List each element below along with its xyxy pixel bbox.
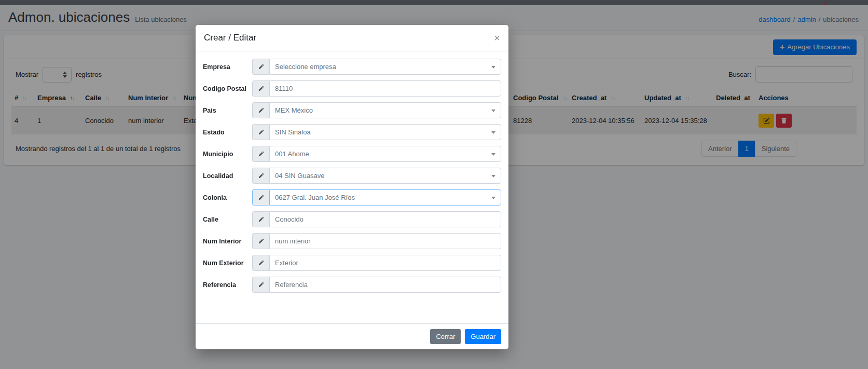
pencil-icon <box>252 80 269 97</box>
pencil-icon <box>252 124 269 140</box>
municipio-label: Municipio <box>203 151 252 158</box>
num-exterior-input[interactable] <box>269 255 501 271</box>
municipio-select-value: 001 Ahome <box>275 150 309 158</box>
num-interior-label: Num Interior <box>203 238 252 245</box>
modal-title: Crear / Editar <box>204 33 256 43</box>
pencil-icon <box>252 168 269 184</box>
cerrar-button[interactable]: Cerrar <box>430 329 461 344</box>
num-interior-input[interactable] <box>269 233 501 249</box>
pencil-icon <box>252 146 269 162</box>
modal-header: Crear / Editar × <box>196 25 508 51</box>
pais-select-value: MEX México <box>275 106 313 114</box>
estado-select[interactable]: SIN Sinaloa <box>269 124 501 140</box>
colonia-select-value: 0627 Gral. Juan José Ríos <box>275 194 355 201</box>
estado-select-value: SIN Sinaloa <box>275 128 311 136</box>
localidad-select-value: 04 SIN Guasave <box>275 172 324 180</box>
referencia-label: Referencia <box>203 281 252 289</box>
form-row-calle: Calle <box>203 211 501 227</box>
caret-down-icon <box>491 175 495 177</box>
municipio-select[interactable]: 001 Ahome <box>269 146 501 162</box>
pais-label: Pais <box>203 107 252 114</box>
pais-select[interactable]: MEX México <box>269 102 501 118</box>
pencil-icon <box>252 59 269 75</box>
form-row-municipio: Municipio 001 Ahome <box>203 146 501 162</box>
close-icon[interactable]: × <box>494 33 500 43</box>
caret-down-icon <box>491 197 495 199</box>
form-row-empresa: Empresa Seleccione empresa <box>203 59 501 75</box>
caret-down-icon <box>491 131 495 134</box>
form-row-colonia: Colonia 0627 Gral. Juan José Ríos <box>203 189 501 206</box>
form-row-num-interior: Num Interior <box>203 233 501 249</box>
pencil-icon <box>252 233 269 249</box>
num-exterior-label: Num Exterior <box>203 259 252 267</box>
empresa-select[interactable]: Seleccione empresa <box>269 59 501 75</box>
calle-label: Calle <box>203 216 252 223</box>
form-row-localidad: Localidad 04 SIN Guasave <box>203 168 501 184</box>
pencil-icon <box>252 211 269 227</box>
localidad-select[interactable]: 04 SIN Guasave <box>269 168 501 184</box>
localidad-label: Localidad <box>203 172 252 180</box>
colonia-select[interactable]: 0627 Gral. Juan José Ríos <box>269 189 501 206</box>
crear-editar-modal: Crear / Editar × Empresa Seleccione empr… <box>196 25 508 349</box>
caret-down-icon <box>491 153 495 156</box>
form-row-estado: Estado SIN Sinaloa <box>203 124 501 140</box>
pencil-icon <box>252 277 269 293</box>
modal-body: Empresa Seleccione empresa Codigo Postal… <box>196 51 508 323</box>
form-row-codigo-postal: Codigo Postal <box>203 80 501 97</box>
calle-input[interactable] <box>269 211 501 227</box>
codigo-postal-input[interactable] <box>269 80 501 97</box>
caret-down-icon <box>491 66 495 69</box>
colonia-label: Colonia <box>203 194 252 201</box>
pencil-icon <box>252 255 269 271</box>
guardar-button[interactable]: Guardar <box>465 329 501 344</box>
estado-label: Estado <box>203 129 252 136</box>
form-row-pais: Pais MEX México <box>203 102 501 118</box>
empresa-select-value: Seleccione empresa <box>275 63 336 71</box>
empresa-label: Empresa <box>203 63 252 71</box>
codigo-postal-label: Codigo Postal <box>203 85 252 92</box>
modal-footer: Cerrar Guardar <box>196 323 508 349</box>
pencil-icon <box>252 189 269 206</box>
caret-down-icon <box>491 110 495 112</box>
form-row-referencia: Referencia <box>203 277 501 293</box>
referencia-input[interactable] <box>269 277 501 293</box>
form-row-num-exterior: Num Exterior <box>203 255 501 271</box>
pencil-icon <box>252 102 269 118</box>
